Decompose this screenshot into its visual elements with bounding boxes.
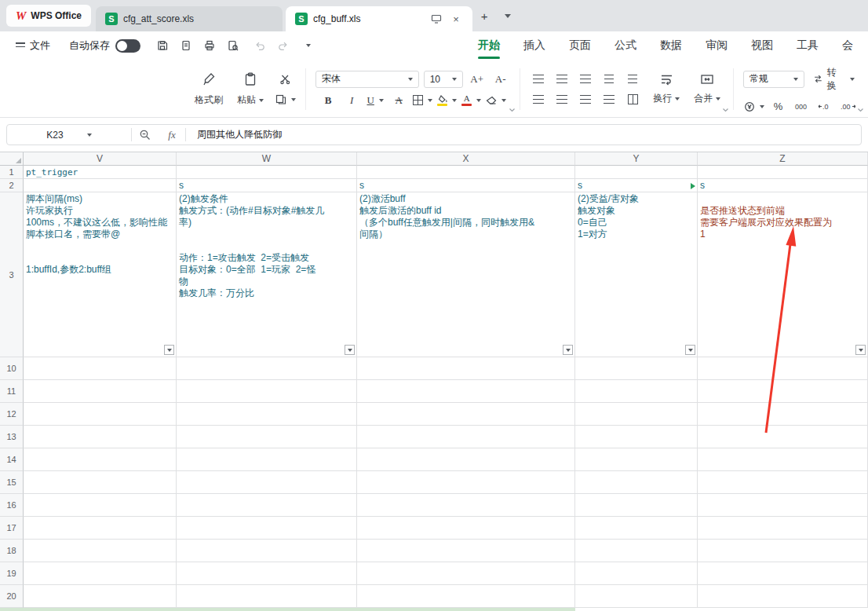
cell-W20[interactable]	[177, 585, 357, 608]
undo-history-dropdown-icon[interactable]	[297, 36, 316, 55]
cell-W16[interactable]	[177, 494, 357, 517]
cell-X19[interactable]	[357, 562, 575, 585]
font-name-select[interactable]: 宋体	[315, 71, 419, 88]
doc-tab-cfg-att-score[interactable]: S cfg_att_score.xls	[96, 6, 283, 31]
indent-increase-icon[interactable]	[623, 71, 642, 87]
redo-icon[interactable]	[274, 36, 293, 55]
align-bottom-icon[interactable]	[576, 71, 595, 87]
print-icon[interactable]	[200, 36, 219, 55]
currency-format-icon[interactable]	[744, 99, 764, 115]
cell-Y11[interactable]	[575, 380, 698, 403]
ribbon-tab-公式[interactable]: 公式	[603, 31, 648, 60]
row-header-15[interactable]: 15	[0, 471, 24, 494]
align-middle-icon[interactable]	[553, 71, 571, 87]
cell-V3[interactable]: 脚本间隔(ms) 许玩家执行 100ms，不建议这么低，影响性能 脚本接口名，需…	[24, 192, 177, 357]
row-header-10[interactable]: 10	[0, 357, 24, 380]
align-center-icon[interactable]	[553, 92, 571, 108]
row-header-14[interactable]: 14	[0, 448, 24, 471]
insert-function-icon[interactable]: fx	[159, 129, 185, 141]
column-header-Z[interactable]: Z	[698, 152, 868, 166]
cell-Y1[interactable]	[575, 166, 698, 179]
row-header-13[interactable]: 13	[0, 426, 24, 448]
ribbon-tab-插入[interactable]: 插入	[512, 31, 557, 60]
cell-X1[interactable]	[357, 166, 575, 179]
align-justify-icon[interactable]	[600, 92, 618, 108]
cell-V16[interactable]	[24, 494, 177, 517]
alignment-dialog-launcher-icon[interactable]	[722, 102, 729, 116]
copy-icon[interactable]	[275, 92, 296, 108]
decrease-font-size-icon[interactable]: A-	[491, 71, 510, 87]
cell-Z18[interactable]	[698, 540, 868, 562]
column-header-W[interactable]: W	[177, 152, 357, 166]
cell-Y12[interactable]	[575, 403, 698, 426]
export-pdf-icon[interactable]	[177, 36, 195, 55]
cell-dropdown-X3[interactable]	[563, 345, 573, 355]
cell-W18[interactable]	[177, 540, 357, 562]
cell-X13[interactable]	[357, 426, 575, 448]
cell-X14[interactable]	[357, 448, 575, 471]
cell-Z17[interactable]	[698, 517, 868, 540]
cell-V19[interactable]	[24, 562, 177, 585]
cell-Z19[interactable]	[698, 562, 868, 585]
cell-Y17[interactable]	[575, 517, 698, 540]
cell-Y19[interactable]	[575, 562, 698, 585]
ribbon-tab-开始[interactable]: 开始	[466, 31, 512, 60]
zoom-formula-icon[interactable]	[132, 129, 159, 141]
cell-Y20[interactable]	[575, 585, 698, 608]
decimal-decrease-icon[interactable]: .00	[840, 99, 859, 115]
row-header-1[interactable]: 1	[0, 166, 24, 179]
cell-X18[interactable]	[357, 540, 575, 562]
cell-W13[interactable]	[177, 426, 357, 448]
cell-Z16[interactable]	[698, 494, 868, 517]
number-dialog-launcher-icon[interactable]	[857, 102, 864, 116]
cell-V10[interactable]	[24, 357, 177, 380]
cell-V20[interactable]	[24, 585, 177, 608]
save-icon[interactable]	[153, 36, 172, 55]
file-menu-button[interactable]: 文件	[11, 35, 55, 56]
close-tab-icon[interactable]: ×	[449, 12, 463, 26]
cell-V1[interactable]: pt_trigger	[24, 166, 177, 179]
cell-X3[interactable]: (2)激活buff 触发后激活的buff id （多个buff任意触发用|间隔，…	[357, 192, 575, 357]
cell-W3[interactable]: (2)触发条件 触发方式：(动作#目标对象#触发几 率) 动作：1=攻击触发 2…	[177, 192, 357, 357]
cell-X11[interactable]	[357, 380, 575, 403]
borders-icon[interactable]	[413, 93, 432, 108]
cell-X10[interactable]	[357, 357, 575, 380]
italic-icon[interactable]: I	[342, 93, 361, 108]
strikethrough-icon[interactable]: A	[389, 93, 408, 108]
present-screen-icon[interactable]	[429, 12, 443, 26]
cell-Z15[interactable]	[698, 471, 868, 494]
bold-icon[interactable]: B	[319, 93, 337, 108]
cell-Z20[interactable]	[698, 585, 868, 608]
decimal-increase-icon[interactable]: .0	[816, 99, 835, 115]
cell-V13[interactable]	[24, 426, 177, 448]
formula-content[interactable]: 周围其他人降低防御	[186, 128, 861, 141]
tab-list-dropdown-icon[interactable]	[498, 7, 515, 24]
cell-Z14[interactable]	[698, 448, 868, 471]
cell-Y13[interactable]	[575, 426, 698, 448]
align-right-icon[interactable]	[576, 92, 595, 108]
underline-icon[interactable]: U	[366, 93, 385, 108]
row-header-19[interactable]: 19	[0, 562, 24, 585]
column-header-X[interactable]: X	[357, 152, 575, 166]
cell-Z10[interactable]	[698, 357, 868, 380]
cell-W11[interactable]	[177, 380, 357, 403]
app-home-button[interactable]: W WPS Office	[6, 5, 91, 27]
cell-dropdown-W3[interactable]	[345, 345, 355, 355]
ribbon-tab-审阅[interactable]: 审阅	[694, 31, 739, 60]
row-header-11[interactable]: 11	[0, 380, 24, 403]
cell-Y2[interactable]: s	[575, 179, 698, 192]
ribbon-tab-页面[interactable]: 页面	[557, 31, 603, 60]
row-header-16[interactable]: 16	[0, 494, 24, 517]
cell-Z2[interactable]: s	[698, 179, 868, 192]
cell-Y15[interactable]	[575, 471, 698, 494]
font-size-select[interactable]: 10	[424, 71, 463, 88]
cell-Y3[interactable]: (2)受益/害对象 触发对象 0=自己 1=对方	[575, 192, 698, 357]
cell-Y18[interactable]	[575, 540, 698, 562]
ribbon-tab-会[interactable]: 会	[830, 31, 865, 60]
cell-X2[interactable]: s	[357, 179, 575, 192]
cell-W15[interactable]	[177, 471, 357, 494]
cell-X20[interactable]	[357, 585, 575, 608]
format-painter-button[interactable]: 格式刷	[191, 70, 226, 108]
increase-font-size-icon[interactable]: A+	[468, 71, 487, 87]
cell-W2[interactable]: s	[177, 179, 357, 192]
